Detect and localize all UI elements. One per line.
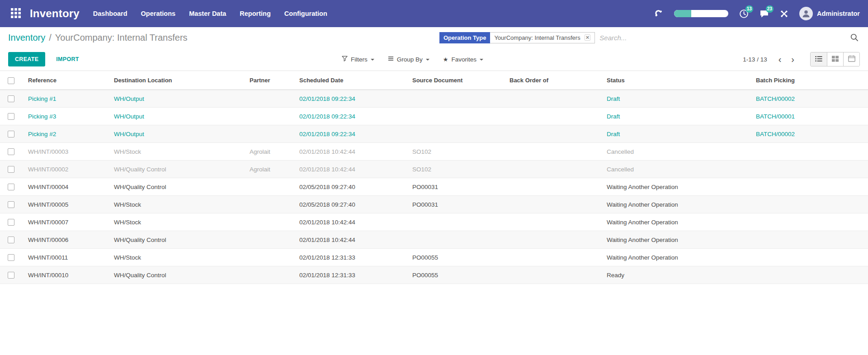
pager-next-button[interactable]: › bbox=[786, 55, 799, 64]
nav-item-reporting[interactable]: Reporting bbox=[240, 10, 270, 17]
row-checkbox[interactable] bbox=[8, 254, 14, 261]
table-row[interactable]: Picking #3 WH/Output 02/01/2018 09:22:34… bbox=[0, 108, 868, 125]
main-menu: Dashboard Operations Master Data Reporti… bbox=[93, 10, 327, 17]
column-back-order-of[interactable]: Back Order of bbox=[503, 77, 600, 84]
row-checkbox[interactable] bbox=[8, 113, 14, 120]
navbar-right: 13 23 Administrator bbox=[654, 7, 860, 20]
row-checkbox[interactable] bbox=[8, 237, 14, 243]
select-all-checkbox[interactable] bbox=[8, 77, 14, 84]
table-body: Picking #1 WH/Output 02/01/2018 09:22:34… bbox=[0, 90, 868, 284]
table-row[interactable]: Picking #2 WH/Output 02/01/2018 09:22:34… bbox=[0, 125, 868, 143]
cell-status: Waiting Another Operation bbox=[600, 237, 750, 243]
cell-destination-location: WH/Stock bbox=[108, 201, 243, 208]
table-row[interactable]: WH/INT/00004 WH/Quality Control 02/05/20… bbox=[0, 178, 868, 196]
row-select-cell bbox=[0, 271, 22, 279]
row-select-cell bbox=[0, 166, 22, 173]
column-scheduled-date[interactable]: Scheduled Date bbox=[293, 77, 406, 84]
facet-remove-icon[interactable]: × bbox=[585, 34, 591, 41]
cell-scheduled-date: 02/01/2018 09:22:34 bbox=[293, 113, 406, 120]
group-by-dropdown[interactable]: Group By bbox=[388, 56, 429, 63]
row-checkbox[interactable] bbox=[8, 272, 14, 279]
column-destination-location[interactable]: Destination Location bbox=[108, 77, 243, 84]
cell-destination-location: WH/Output bbox=[108, 113, 243, 120]
user-menu[interactable]: Administrator bbox=[799, 7, 860, 20]
row-checkbox[interactable] bbox=[8, 201, 14, 208]
breadcrumb-root[interactable]: Inventory bbox=[8, 33, 45, 43]
cell-status: Draft bbox=[600, 131, 750, 137]
search-options: Filters Group By ★ Favorites bbox=[342, 56, 483, 63]
facet-value-text: YourCompany: Internal Transfers bbox=[494, 34, 580, 41]
phone-icon[interactable] bbox=[654, 9, 663, 18]
table-row[interactable]: WH/INT/00007 WH/Stock 02/01/2018 10:42:4… bbox=[0, 213, 868, 231]
pager-range: 1-13 / 13 bbox=[743, 56, 767, 63]
view-switcher bbox=[810, 52, 860, 66]
cell-destination-location: WH/Stock bbox=[108, 219, 243, 226]
filters-label: Filters bbox=[351, 56, 368, 63]
cell-status: Waiting Another Operation bbox=[600, 219, 750, 226]
table-row[interactable]: WH/INT/00006 WH/Quality Control 02/01/20… bbox=[0, 231, 868, 249]
kanban-view-button[interactable] bbox=[827, 52, 843, 66]
apps-menu-button[interactable] bbox=[8, 6, 24, 21]
cell-scheduled-date: 02/01/2018 10:42:44 bbox=[293, 237, 406, 243]
activities-clock-icon[interactable]: 13 bbox=[739, 9, 749, 19]
table-row[interactable]: WH/INT/00002 WH/Quality Control Agrolait… bbox=[0, 161, 868, 178]
cell-scheduled-date: 02/01/2018 10:42:44 bbox=[293, 219, 406, 226]
control-panel-actions: CREATE IMPORT Filters Group By ★ Favorit… bbox=[0, 48, 868, 71]
group-by-label: Group By bbox=[397, 56, 423, 63]
column-source-document[interactable]: Source Document bbox=[406, 77, 503, 84]
column-status[interactable]: Status bbox=[600, 77, 750, 84]
row-select-cell bbox=[0, 113, 22, 120]
cell-reference: WH/INT/00005 bbox=[22, 201, 108, 208]
cell-reference: Picking #3 bbox=[22, 113, 108, 120]
cell-reference: Picking #2 bbox=[22, 131, 108, 137]
cell-status: Waiting Another Operation bbox=[600, 254, 750, 261]
favorites-dropdown[interactable]: ★ Favorites bbox=[443, 56, 483, 63]
select-all-cell bbox=[0, 76, 22, 84]
cell-destination-location: WH/Stock bbox=[108, 254, 243, 261]
column-batch-picking[interactable]: Batch Picking bbox=[750, 77, 868, 84]
cell-destination-location: WH/Quality Control bbox=[108, 272, 243, 279]
row-checkbox[interactable] bbox=[8, 184, 14, 190]
create-button[interactable]: CREATE bbox=[8, 52, 45, 66]
cell-status: Cancelled bbox=[600, 166, 750, 173]
table-row[interactable]: Picking #1 WH/Output 02/01/2018 09:22:34… bbox=[0, 90, 868, 108]
search-icon[interactable] bbox=[849, 32, 860, 43]
cell-source-document: PO00031 bbox=[406, 184, 503, 190]
column-reference[interactable]: Reference bbox=[22, 77, 108, 84]
cell-status: Draft bbox=[600, 113, 750, 120]
pager-previous-button[interactable]: ‹ bbox=[774, 55, 787, 64]
table-row[interactable]: WH/INT/00003 WH/Stock Agrolait 02/01/201… bbox=[0, 143, 868, 161]
list-view-button[interactable] bbox=[811, 52, 827, 66]
filter-icon bbox=[342, 56, 348, 63]
row-checkbox[interactable] bbox=[8, 166, 14, 173]
row-checkbox[interactable] bbox=[8, 148, 14, 155]
timer-progress-bar[interactable] bbox=[674, 10, 728, 17]
cell-scheduled-date: 02/05/2018 09:27:40 bbox=[293, 201, 406, 208]
table-row[interactable]: WH/INT/00010 WH/Quality Control 02/01/20… bbox=[0, 266, 868, 284]
filters-dropdown[interactable]: Filters bbox=[342, 56, 374, 63]
activities-badge: 13 bbox=[745, 5, 753, 13]
table-row[interactable]: WH/INT/00011 WH/Stock 02/01/2018 12:31:3… bbox=[0, 249, 868, 266]
import-button[interactable]: IMPORT bbox=[53, 56, 81, 63]
cell-batch-picking: BATCH/00002 bbox=[750, 95, 868, 102]
table-row[interactable]: WH/INT/00005 WH/Stock 02/05/2018 09:27:4… bbox=[0, 196, 868, 213]
search-input[interactable] bbox=[595, 32, 849, 43]
top-navbar: Inventory Dashboard Operations Master Da… bbox=[0, 0, 868, 27]
nav-item-master-data[interactable]: Master Data bbox=[189, 10, 226, 17]
row-checkbox[interactable] bbox=[8, 95, 14, 102]
row-checkbox[interactable] bbox=[8, 131, 14, 137]
column-partner[interactable]: Partner bbox=[243, 77, 293, 84]
calendar-view-button[interactable] bbox=[843, 52, 859, 66]
cell-batch-picking: BATCH/00001 bbox=[750, 113, 868, 120]
pager-area: 1-13 / 13 ‹ › bbox=[743, 52, 860, 66]
tools-cross-icon[interactable] bbox=[780, 9, 788, 18]
pager-nav: ‹ › bbox=[774, 55, 799, 64]
cell-partner: Agrolait bbox=[243, 166, 293, 173]
messages-chat-icon[interactable]: 23 bbox=[760, 9, 769, 19]
nav-item-operations[interactable]: Operations bbox=[141, 10, 176, 17]
nav-item-configuration[interactable]: Configuration bbox=[284, 10, 327, 17]
cell-scheduled-date: 02/01/2018 10:42:44 bbox=[293, 166, 406, 173]
cell-scheduled-date: 02/01/2018 09:22:34 bbox=[293, 131, 406, 137]
row-checkbox[interactable] bbox=[8, 219, 14, 226]
nav-item-dashboard[interactable]: Dashboard bbox=[93, 10, 127, 17]
